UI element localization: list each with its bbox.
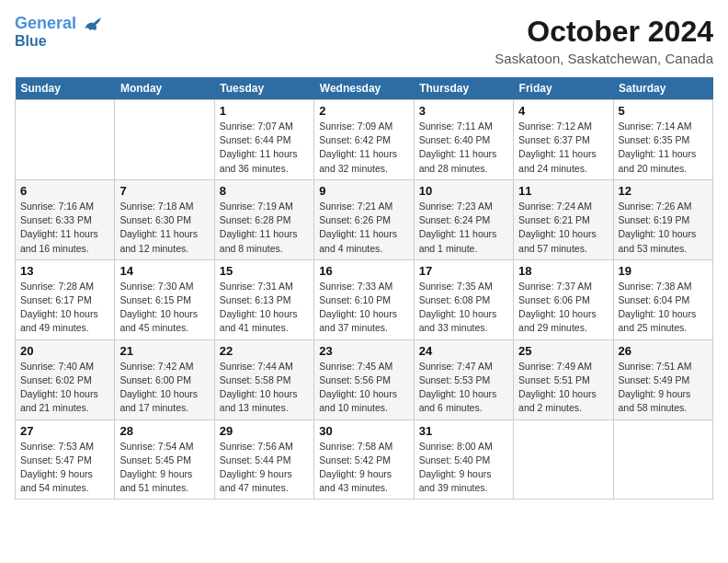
day-number: 30	[319, 424, 408, 438]
day-info: Sunrise: 7:51 AM Sunset: 5:49 PM Dayligh…	[619, 360, 708, 416]
day-info: Sunrise: 7:47 AM Sunset: 5:53 PM Dayligh…	[419, 360, 508, 416]
weekday-header-thursday: Thursday	[414, 77, 513, 100]
calendar-cell: 6Sunrise: 7:16 AM Sunset: 6:33 PM Daylig…	[16, 179, 115, 259]
day-number: 14	[119, 264, 209, 278]
day-number: 31	[419, 424, 508, 438]
day-number: 20	[20, 344, 109, 358]
day-info: Sunrise: 7:07 AM Sunset: 6:44 PM Dayligh…	[220, 120, 309, 176]
calendar-cell: 3Sunrise: 7:11 AM Sunset: 6:40 PM Daylig…	[414, 100, 513, 180]
day-info: Sunrise: 7:56 AM Sunset: 5:44 PM Dayligh…	[220, 440, 309, 496]
calendar-cell	[613, 419, 712, 500]
day-info: Sunrise: 7:58 AM Sunset: 5:42 PM Dayligh…	[319, 440, 408, 496]
calendar-cell: 31Sunrise: 8:00 AM Sunset: 5:40 PM Dayli…	[414, 419, 513, 500]
day-number: 24	[419, 344, 508, 358]
day-number: 5	[619, 104, 708, 118]
calendar-cell: 22Sunrise: 7:44 AM Sunset: 5:58 PM Dayli…	[214, 339, 313, 419]
calendar-cell: 17Sunrise: 7:35 AM Sunset: 6:08 PM Dayli…	[414, 259, 513, 339]
calendar-week-row: 27Sunrise: 7:53 AM Sunset: 5:47 PM Dayli…	[16, 419, 713, 500]
day-number: 12	[619, 184, 708, 198]
calendar-cell: 13Sunrise: 7:28 AM Sunset: 6:17 PM Dayli…	[16, 259, 115, 339]
day-info: Sunrise: 8:00 AM Sunset: 5:40 PM Dayligh…	[419, 440, 508, 496]
day-info: Sunrise: 7:54 AM Sunset: 5:45 PM Dayligh…	[119, 440, 209, 496]
calendar-cell	[514, 419, 613, 500]
day-info: Sunrise: 7:53 AM Sunset: 5:47 PM Dayligh…	[20, 440, 109, 496]
calendar-cell: 28Sunrise: 7:54 AM Sunset: 5:45 PM Dayli…	[115, 419, 214, 500]
month-title: October 2024	[495, 15, 713, 49]
weekday-header-monday: Monday	[115, 77, 214, 100]
calendar-cell: 14Sunrise: 7:30 AM Sunset: 6:15 PM Dayli…	[115, 259, 214, 339]
day-info: Sunrise: 7:33 AM Sunset: 6:10 PM Dayligh…	[319, 280, 408, 336]
logo-text: General	[15, 15, 103, 33]
calendar-cell: 2Sunrise: 7:09 AM Sunset: 6:42 PM Daylig…	[314, 100, 414, 180]
day-number: 11	[518, 184, 608, 198]
calendar-cell: 16Sunrise: 7:33 AM Sunset: 6:10 PM Dayli…	[314, 259, 414, 339]
day-number: 29	[220, 424, 309, 438]
weekday-header-saturday: Saturday	[613, 77, 712, 100]
calendar-week-row: 1Sunrise: 7:07 AM Sunset: 6:44 PM Daylig…	[16, 100, 713, 180]
calendar-cell	[115, 100, 214, 180]
weekday-header-wednesday: Wednesday	[314, 77, 414, 100]
day-number: 18	[518, 264, 608, 278]
day-number: 21	[119, 344, 209, 358]
day-number: 9	[319, 184, 408, 198]
calendar-cell: 26Sunrise: 7:51 AM Sunset: 5:49 PM Dayli…	[613, 339, 712, 419]
day-number: 25	[518, 344, 608, 358]
day-number: 19	[619, 264, 708, 278]
day-number: 10	[419, 184, 508, 198]
calendar-week-row: 20Sunrise: 7:40 AM Sunset: 6:02 PM Dayli…	[16, 339, 713, 419]
calendar-cell: 30Sunrise: 7:58 AM Sunset: 5:42 PM Dayli…	[314, 419, 414, 500]
weekday-header-sunday: Sunday	[16, 77, 115, 100]
calendar-cell: 11Sunrise: 7:24 AM Sunset: 6:21 PM Dayli…	[514, 179, 613, 259]
weekday-header-row: SundayMondayTuesdayWednesdayThursdayFrid…	[16, 77, 713, 100]
day-info: Sunrise: 7:35 AM Sunset: 6:08 PM Dayligh…	[419, 280, 508, 336]
day-info: Sunrise: 7:14 AM Sunset: 6:35 PM Dayligh…	[619, 120, 708, 176]
calendar-cell: 15Sunrise: 7:31 AM Sunset: 6:13 PM Dayli…	[214, 259, 313, 339]
day-info: Sunrise: 7:16 AM Sunset: 6:33 PM Dayligh…	[20, 200, 109, 256]
day-number: 8	[220, 184, 309, 198]
day-number: 3	[419, 104, 508, 118]
logo: General Blue	[15, 15, 103, 49]
day-info: Sunrise: 7:26 AM Sunset: 6:19 PM Dayligh…	[619, 200, 708, 256]
day-info: Sunrise: 7:12 AM Sunset: 6:37 PM Dayligh…	[518, 120, 608, 176]
day-info: Sunrise: 7:19 AM Sunset: 6:28 PM Dayligh…	[220, 200, 309, 256]
day-number: 23	[319, 344, 408, 358]
calendar-cell: 4Sunrise: 7:12 AM Sunset: 6:37 PM Daylig…	[514, 100, 613, 180]
day-number: 16	[319, 264, 408, 278]
day-number: 26	[619, 344, 708, 358]
day-info: Sunrise: 7:49 AM Sunset: 5:51 PM Dayligh…	[518, 360, 608, 416]
calendar-cell: 1Sunrise: 7:07 AM Sunset: 6:44 PM Daylig…	[214, 100, 313, 180]
day-number: 27	[20, 424, 109, 438]
day-info: Sunrise: 7:42 AM Sunset: 6:00 PM Dayligh…	[119, 360, 209, 416]
calendar-cell: 21Sunrise: 7:42 AM Sunset: 6:00 PM Dayli…	[115, 339, 214, 419]
day-number: 17	[419, 264, 508, 278]
day-info: Sunrise: 7:09 AM Sunset: 6:42 PM Dayligh…	[319, 120, 408, 176]
calendar-cell: 23Sunrise: 7:45 AM Sunset: 5:56 PM Dayli…	[314, 339, 414, 419]
calendar-cell	[16, 100, 115, 180]
page-header: General Blue October 2024 Saskatoon, Sas…	[15, 15, 713, 66]
weekday-header-friday: Friday	[514, 77, 613, 100]
day-info: Sunrise: 7:45 AM Sunset: 5:56 PM Dayligh…	[319, 360, 408, 416]
day-number: 15	[220, 264, 309, 278]
day-info: Sunrise: 7:37 AM Sunset: 6:06 PM Dayligh…	[518, 280, 608, 336]
day-number: 6	[20, 184, 109, 198]
day-number: 22	[220, 344, 309, 358]
calendar-week-row: 6Sunrise: 7:16 AM Sunset: 6:33 PM Daylig…	[16, 179, 713, 259]
day-info: Sunrise: 7:23 AM Sunset: 6:24 PM Dayligh…	[419, 200, 508, 256]
title-block: October 2024 Saskatoon, Saskatchewan, Ca…	[495, 15, 713, 66]
day-number: 13	[20, 264, 109, 278]
location-title: Saskatoon, Saskatchewan, Canada	[495, 51, 713, 66]
calendar-cell: 20Sunrise: 7:40 AM Sunset: 6:02 PM Dayli…	[16, 339, 115, 419]
calendar-cell: 10Sunrise: 7:23 AM Sunset: 6:24 PM Dayli…	[414, 179, 513, 259]
calendar-cell: 12Sunrise: 7:26 AM Sunset: 6:19 PM Dayli…	[613, 179, 712, 259]
day-info: Sunrise: 7:28 AM Sunset: 6:17 PM Dayligh…	[20, 280, 109, 336]
day-info: Sunrise: 7:40 AM Sunset: 6:02 PM Dayligh…	[20, 360, 109, 416]
calendar-cell: 18Sunrise: 7:37 AM Sunset: 6:06 PM Dayli…	[514, 259, 613, 339]
day-info: Sunrise: 7:11 AM Sunset: 6:40 PM Dayligh…	[419, 120, 508, 176]
day-number: 28	[119, 424, 209, 438]
calendar-cell: 29Sunrise: 7:56 AM Sunset: 5:44 PM Dayli…	[214, 419, 313, 500]
day-number: 4	[518, 104, 608, 118]
logo-subtext: Blue	[15, 33, 47, 50]
day-info: Sunrise: 7:21 AM Sunset: 6:26 PM Dayligh…	[319, 200, 408, 256]
calendar-cell: 5Sunrise: 7:14 AM Sunset: 6:35 PM Daylig…	[613, 100, 712, 180]
day-number: 2	[319, 104, 408, 118]
